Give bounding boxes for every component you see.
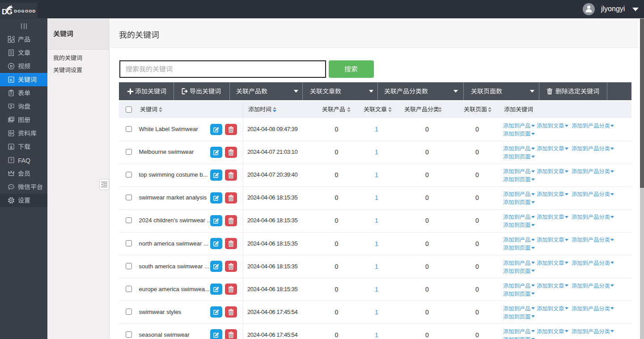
svg-text:K: K [10,77,13,82]
svg-text:?: ? [10,158,12,162]
